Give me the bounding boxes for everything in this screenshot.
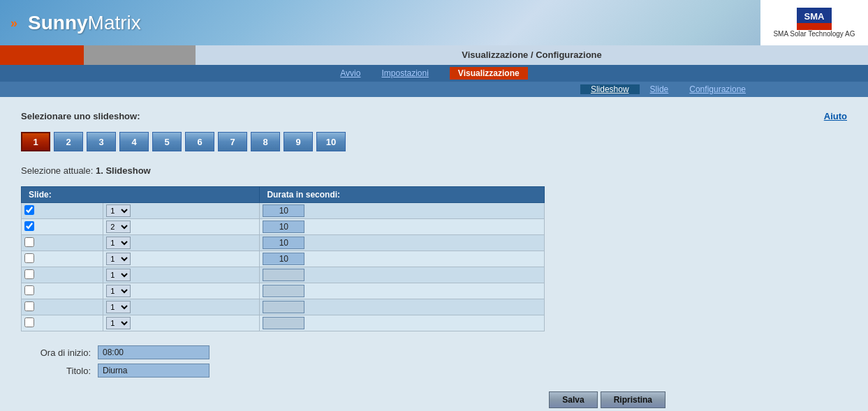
slideshow-btn-6[interactable]: 6: [185, 132, 214, 151]
nav-bar-secondary: Avvio Impostazioni Visualizzazione: [0, 65, 868, 82]
app-logo: SunnyMatrix: [0, 12, 141, 34]
duration-input-7[interactable]: [263, 301, 304, 313]
duration-input-1[interactable]: [263, 204, 304, 217]
sma-logo-icon: SMA: [797, 8, 832, 30]
svg-text:SMA: SMA: [804, 11, 825, 22]
table-row: 12345678910: [22, 219, 545, 235]
start-time-row: Ora di inizio:: [21, 345, 847, 359]
tab-slide[interactable]: Slide: [640, 84, 679, 94]
duration-input-2[interactable]: [263, 221, 304, 233]
table-row: 12345678910: [22, 267, 545, 283]
slide-checkbox-8[interactable]: [24, 317, 34, 327]
slide-checkbox-6[interactable]: [24, 285, 34, 295]
slide-checkbox-5[interactable]: [24, 269, 34, 279]
header: » SunnyMatrix SMA SMA Solar Technology A…: [0, 0, 868, 45]
table-row: 12345678910: [22, 283, 545, 299]
slide-select-8[interactable]: 12345678910: [106, 317, 131, 329]
slideshow-btn-5[interactable]: 5: [152, 132, 182, 151]
slide-checkbox-1[interactable]: [24, 205, 34, 215]
slideshow-btn-2[interactable]: 2: [54, 132, 83, 151]
slide-select-3[interactable]: 12345678910: [106, 237, 131, 249]
nav-orange-block: [0, 45, 84, 65]
title-input[interactable]: [98, 364, 209, 378]
col-slide-header: Slide:: [22, 187, 260, 203]
current-selection-prefix: Selezione attuale:: [21, 165, 93, 176]
help-link[interactable]: Aiuto: [824, 111, 847, 121]
duration-input-8[interactable]: [263, 317, 304, 329]
slide-table: Slide: Durata in secondi: 12345678910123…: [21, 186, 545, 331]
slideshow-btn-7[interactable]: 7: [218, 132, 247, 151]
slide-select-7[interactable]: 12345678910: [106, 301, 131, 313]
title-row: Titolo:: [21, 364, 847, 378]
title-label: Titolo:: [21, 366, 91, 376]
nav-gray-block: [84, 45, 196, 65]
duration-input-3[interactable]: [263, 237, 304, 249]
tab-configurazione[interactable]: Configurazione: [679, 84, 756, 94]
slide-checkbox-7[interactable]: [24, 301, 34, 311]
sma-logo-area: SMA SMA Solar Technology AG: [760, 0, 868, 45]
slideshow-btn-8[interactable]: 8: [251, 132, 280, 151]
slideshow-btn-9[interactable]: 9: [284, 132, 313, 151]
table-row: 12345678910: [22, 299, 545, 315]
slide-checkbox-4[interactable]: [24, 253, 34, 263]
logo-matrix: Matrix: [88, 12, 141, 33]
duration-input-5[interactable]: [263, 269, 304, 281]
nav-bar-main: Visualizzazione / Configurazione: [0, 45, 868, 65]
main-content: Selezionare uno slideshow: Aiuto 1 2 3 4…: [0, 97, 868, 411]
table-row: 12345678910: [22, 203, 545, 219]
col-duration-header: Durata in secondi:: [260, 187, 545, 203]
nav-title: Visualizzazione / Configurazione: [196, 45, 868, 65]
slide-select-4[interactable]: 12345678910: [106, 253, 131, 265]
action-buttons: Salva Ripristina: [21, 391, 847, 408]
section-header: Selezionare uno slideshow: Aiuto: [21, 111, 847, 121]
duration-input-4[interactable]: [263, 253, 304, 265]
slideshow-btn-10[interactable]: 10: [316, 132, 346, 151]
table-row: 12345678910: [22, 235, 545, 251]
nav-visualizzazione[interactable]: Visualizzazione: [450, 67, 528, 80]
reset-button[interactable]: Ripristina: [601, 391, 665, 408]
current-selection-value: 1. Slideshow: [96, 165, 151, 176]
select-slideshow-label: Selezionare uno slideshow:: [21, 111, 140, 121]
save-button[interactable]: Salva: [549, 391, 597, 408]
table-row: 12345678910: [22, 315, 545, 331]
svg-rect-1: [797, 23, 832, 30]
table-row: 12345678910: [22, 251, 545, 267]
slide-select-5[interactable]: 12345678910: [106, 269, 131, 281]
slide-select-2[interactable]: 12345678910: [106, 221, 131, 233]
slide-select-6[interactable]: 12345678910: [106, 285, 131, 297]
slide-select-1[interactable]: 12345678910: [106, 204, 131, 217]
start-time-label: Ora di inizio:: [21, 348, 91, 358]
bottom-form: Ora di inizio: Titolo:: [21, 345, 847, 378]
slideshow-btn-1[interactable]: 1: [21, 132, 50, 151]
slideshow-button-group: 1 2 3 4 5 6 7 8 9 10: [21, 132, 847, 151]
nav-impostazioni[interactable]: Impostazioni: [381, 68, 428, 78]
nav-bar-tertiary: Slideshow Slide Configurazione: [0, 82, 868, 97]
slideshow-btn-4[interactable]: 4: [119, 132, 149, 151]
slide-checkbox-2[interactable]: [24, 221, 34, 231]
slide-checkbox-3[interactable]: [24, 237, 34, 247]
duration-input-6[interactable]: [263, 285, 304, 297]
current-selection: Selezione attuale: 1. Slideshow: [21, 165, 847, 176]
slideshow-btn-3[interactable]: 3: [87, 132, 116, 151]
start-time-input[interactable]: [98, 345, 209, 359]
sma-brand-label: SMA Solar Technology AG: [773, 30, 855, 38]
tab-slideshow[interactable]: Slideshow: [580, 84, 640, 94]
logo-sunny: Sunny: [28, 12, 88, 33]
nav-avvio[interactable]: Avvio: [340, 68, 360, 78]
